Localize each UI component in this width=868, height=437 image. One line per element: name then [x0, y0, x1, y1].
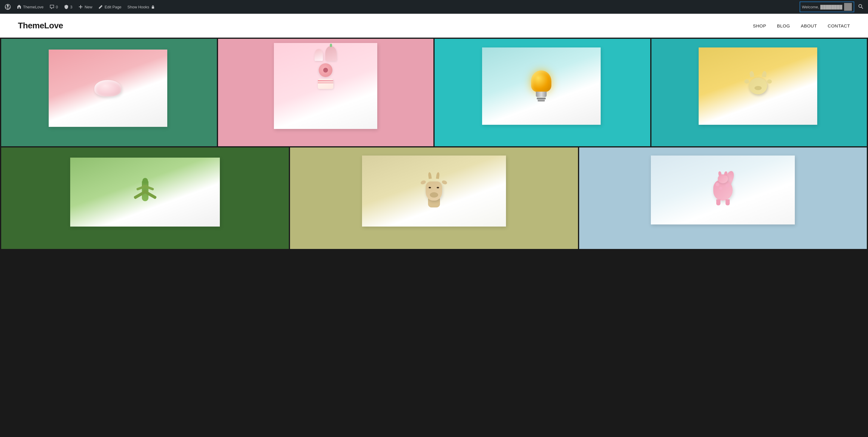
- plus-icon: [78, 4, 83, 9]
- welcome-username: ████████: [820, 5, 842, 9]
- gallery-item-4[interactable]: [651, 39, 867, 146]
- pink-fluffy-animal: [711, 177, 735, 204]
- avatar: [844, 3, 852, 11]
- site-header: ThemeLove SHOP BLOG ABOUT CONTACT: [0, 14, 868, 38]
- gallery-item-5[interactable]: [1, 147, 289, 249]
- nav-blog[interactable]: BLOG: [777, 23, 790, 28]
- welcome-widget[interactable]: Welcome, ████████: [800, 1, 854, 12]
- goat-head: [424, 178, 443, 204]
- gallery-item-3[interactable]: [435, 39, 650, 146]
- grasshopper: [138, 177, 153, 207]
- site-wrapper: ThemeLove SHOP BLOG ABOUT CONTACT: [0, 14, 868, 250]
- search-icon: [858, 4, 863, 9]
- site-nav: SHOP BLOG ABOUT CONTACT: [753, 23, 850, 28]
- new-button[interactable]: New: [76, 0, 95, 14]
- comments-icon: [50, 4, 54, 9]
- svg-rect-1: [152, 7, 154, 9]
- nav-shop[interactable]: SHOP: [753, 23, 767, 28]
- nav-contact[interactable]: CONTACT: [828, 23, 850, 28]
- gallery-item-2[interactable]: [218, 39, 434, 146]
- comments-count: 0: [56, 5, 58, 9]
- svg-line-3: [861, 7, 863, 9]
- updates-count: 3: [70, 5, 72, 9]
- new-label: New: [85, 5, 92, 9]
- site-name-button[interactable]: ThemeLove: [14, 0, 46, 14]
- bull-head: [748, 75, 768, 97]
- cake: [318, 79, 333, 89]
- show-hooks-button[interactable]: Show Hooks: [125, 0, 157, 14]
- edit-page-label: Edit Page: [104, 5, 121, 9]
- site-name-label: ThemeLove: [23, 5, 43, 9]
- comments-button[interactable]: 0: [47, 0, 60, 14]
- gallery-grid-row2: [0, 147, 868, 250]
- lock-icon: [151, 5, 155, 9]
- search-button[interactable]: [856, 0, 866, 14]
- gallery-item-1[interactable]: [1, 39, 217, 146]
- gallery-item-7[interactable]: [579, 147, 867, 249]
- donut: [319, 63, 333, 77]
- lightbulb: [531, 70, 551, 101]
- edit-page-button[interactable]: Edit Page: [96, 0, 124, 14]
- admin-bar: ThemeLove 0 3 New Edit Page Show Hooks: [0, 0, 868, 14]
- wp-logo-button[interactable]: [2, 0, 13, 14]
- welcome-label: Welcome,: [802, 5, 819, 9]
- show-hooks-label: Show Hooks: [128, 5, 149, 9]
- pencil-icon: [98, 4, 103, 9]
- updates-button[interactable]: 3: [62, 0, 75, 14]
- wp-icon: [5, 4, 11, 10]
- nav-about[interactable]: ABOUT: [801, 23, 817, 28]
- home-icon: [17, 4, 22, 9]
- admin-bar-right: Welcome, ████████: [800, 0, 866, 14]
- site-title: ThemeLove: [18, 21, 63, 30]
- cupcake: [314, 46, 337, 61]
- gallery-grid-row1: [0, 38, 868, 147]
- shield-icon: [64, 4, 69, 9]
- crystal-shape: [94, 80, 121, 96]
- svg-point-2: [859, 4, 862, 7]
- gallery-item-6[interactable]: [290, 147, 578, 249]
